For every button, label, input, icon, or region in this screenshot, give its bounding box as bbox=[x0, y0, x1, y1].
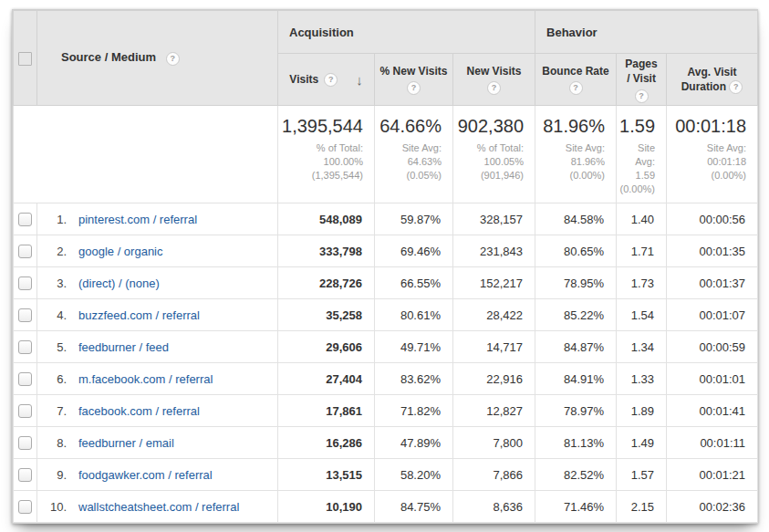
help-icon[interactable]: ? bbox=[324, 73, 338, 87]
column-header-pct-new-visits[interactable]: % New Visits ? bbox=[375, 54, 453, 106]
help-icon[interactable]: ? bbox=[166, 52, 180, 66]
source-medium-link[interactable]: feedburner / email bbox=[78, 436, 174, 450]
source-medium-cell: 1.pinterest.com / referral bbox=[37, 203, 278, 235]
row-number: 3. bbox=[37, 276, 67, 290]
summary-bounce-rate-subtext: Site Avg: 81.96% (0.00%) bbox=[535, 141, 605, 183]
new-visits-cell: 8,636 bbox=[453, 491, 535, 523]
avg-visit-duration-cell: 00:00:56 bbox=[667, 203, 758, 235]
source-medium-link[interactable]: facebook.com / referral bbox=[78, 404, 200, 418]
visits-cell: 333,798 bbox=[278, 235, 375, 267]
checkbox-cell bbox=[14, 491, 37, 523]
source-medium-link[interactable]: pinterest.com / referral bbox=[78, 213, 197, 226]
avg-visit-duration-cell: 00:01:21 bbox=[667, 459, 758, 491]
group-header-acquisition: Acquisition bbox=[278, 11, 535, 54]
pages-per-visit-cell: 1.40 bbox=[617, 203, 667, 235]
visits-cell: 29,606 bbox=[278, 331, 375, 363]
new-visits-cell: 12,827 bbox=[453, 395, 535, 427]
row-number: 9. bbox=[37, 468, 67, 482]
summary-new-visits-value: 902,380 bbox=[453, 116, 524, 137]
help-icon[interactable]: ? bbox=[635, 89, 649, 103]
help-icon[interactable]: ? bbox=[487, 81, 501, 95]
pages-per-visit-cell: 1.73 bbox=[617, 267, 667, 299]
row-checkbox[interactable] bbox=[18, 372, 32, 386]
bounce-rate-cell: 82.52% bbox=[535, 459, 617, 491]
select-all-checkbox[interactable] bbox=[18, 52, 32, 66]
row-number: 2. bbox=[37, 245, 67, 258]
analytics-table-card: Source / Medium ? Acquisition Behavior V… bbox=[12, 9, 758, 524]
row-checkbox[interactable] bbox=[18, 340, 32, 354]
source-medium-link[interactable]: (direct) / (none) bbox=[78, 276, 160, 290]
row-checkbox[interactable] bbox=[18, 500, 32, 514]
table-row: 8.feedburner / email 16,286 47.89% 7,800… bbox=[14, 427, 758, 459]
row-checkbox[interactable] bbox=[18, 276, 32, 290]
summary-visits-subtext: % of Total: 100.00% (1,395,544) bbox=[278, 141, 363, 183]
summary-new-visits-subtext: % of Total: 100.05% (901,946) bbox=[453, 141, 524, 183]
checkbox-cell bbox=[14, 459, 37, 491]
column-header-source-medium[interactable]: Source / Medium ? bbox=[37, 11, 278, 106]
summary-pct-new-visits-value: 64.66% bbox=[375, 116, 442, 137]
source-medium-link[interactable]: m.facebook.com / referral bbox=[78, 372, 213, 386]
column-header-bounce-rate[interactable]: Bounce Rate ? bbox=[535, 54, 617, 106]
help-icon[interactable]: ? bbox=[569, 81, 583, 95]
acquisition-label: Acquisition bbox=[289, 26, 354, 39]
source-medium-link[interactable]: buzzfeed.com / referral bbox=[78, 308, 200, 322]
checkbox-cell bbox=[14, 427, 37, 459]
table-row: 10.wallstcheatsheet.com / referral 10,19… bbox=[14, 491, 758, 523]
avg-visit-duration-cell: 00:01:41 bbox=[667, 395, 758, 427]
row-checkbox[interactable] bbox=[18, 245, 32, 258]
source-medium-link[interactable]: google / organic bbox=[78, 245, 163, 258]
row-checkbox[interactable] bbox=[18, 468, 32, 482]
pages-per-visit-cell: 1.89 bbox=[617, 395, 667, 427]
pct-new-visits-cell: 83.62% bbox=[375, 363, 453, 395]
source-medium-label: Source / Medium bbox=[61, 50, 156, 64]
pct-new-visits-label: % New Visits bbox=[380, 65, 448, 78]
row-checkbox[interactable] bbox=[18, 213, 32, 226]
column-header-avg-visit-duration[interactable]: Avg. Visit Duration ? bbox=[667, 54, 758, 106]
new-visits-cell: 328,157 bbox=[453, 203, 535, 235]
table-row: 2.google / organic 333,798 69.46% 231,84… bbox=[14, 235, 758, 267]
row-number: 5. bbox=[37, 340, 67, 354]
column-header-visits[interactable]: Visits ? ↓ bbox=[278, 54, 375, 106]
summary-new-visits: 902,380 % of Total: 100.05% (901,946) bbox=[453, 106, 535, 203]
avg-visit-duration-cell: 00:01:11 bbox=[667, 427, 758, 459]
new-visits-cell: 28,422 bbox=[453, 299, 535, 331]
summary-pct-new-visits-subtext: Site Avg: 64.63% (0.05%) bbox=[375, 141, 442, 183]
source-medium-link[interactable]: feedburner / feed bbox=[78, 340, 169, 354]
checkbox-cell bbox=[14, 331, 37, 363]
source-medium-cell: 2.google / organic bbox=[37, 235, 278, 267]
source-medium-link[interactable]: foodgawker.com / referral bbox=[78, 468, 213, 482]
visits-cell: 17,861 bbox=[278, 395, 375, 427]
summary-avg-visit-duration-value: 00:01:18 bbox=[667, 116, 746, 137]
summary-bounce-rate: 81.96% Site Avg: 81.96% (0.00%) bbox=[535, 106, 617, 203]
help-icon[interactable]: ? bbox=[729, 80, 743, 94]
row-checkbox[interactable] bbox=[18, 404, 32, 418]
visits-cell: 228,726 bbox=[278, 267, 375, 299]
checkbox-cell bbox=[14, 299, 37, 331]
row-number: 1. bbox=[37, 213, 67, 226]
avg-visit-duration-cell: 00:01:07 bbox=[667, 299, 758, 331]
bounce-rate-cell: 71.46% bbox=[535, 491, 617, 523]
checkbox-cell bbox=[14, 363, 37, 395]
pct-new-visits-cell: 84.75% bbox=[375, 491, 453, 523]
pct-new-visits-cell: 58.20% bbox=[375, 459, 453, 491]
pct-new-visits-cell: 69.46% bbox=[375, 235, 453, 267]
pages-per-visit-cell: 1.34 bbox=[617, 331, 667, 363]
pages-per-visit-cell: 1.57 bbox=[617, 459, 667, 491]
sort-descending-icon[interactable]: ↓ bbox=[356, 72, 363, 88]
group-header-behavior: Behavior bbox=[535, 11, 758, 54]
checkbox-cell bbox=[14, 203, 37, 235]
table-row: 9.foodgawker.com / referral 13,515 58.20… bbox=[14, 459, 758, 491]
pct-new-visits-cell: 59.87% bbox=[375, 203, 453, 235]
row-number: 7. bbox=[37, 404, 67, 418]
bounce-rate-cell: 81.13% bbox=[535, 427, 617, 459]
row-checkbox[interactable] bbox=[18, 308, 32, 322]
column-header-new-visits[interactable]: New Visits ? bbox=[453, 54, 535, 106]
source-medium-link[interactable]: wallstcheatsheet.com / referral bbox=[78, 500, 239, 514]
help-icon[interactable]: ? bbox=[407, 81, 421, 95]
column-header-pages-per-visit[interactable]: Pages / Visit ? bbox=[617, 54, 667, 106]
page: Source / Medium ? Acquisition Behavior V… bbox=[0, 0, 769, 532]
source-medium-cell: 4.buzzfeed.com / referral bbox=[37, 299, 278, 331]
summary-row: 1,395,544 % of Total: 100.00% (1,395,544… bbox=[14, 106, 758, 203]
group-header-row: Source / Medium ? Acquisition Behavior bbox=[14, 11, 758, 54]
row-checkbox[interactable] bbox=[18, 436, 32, 450]
